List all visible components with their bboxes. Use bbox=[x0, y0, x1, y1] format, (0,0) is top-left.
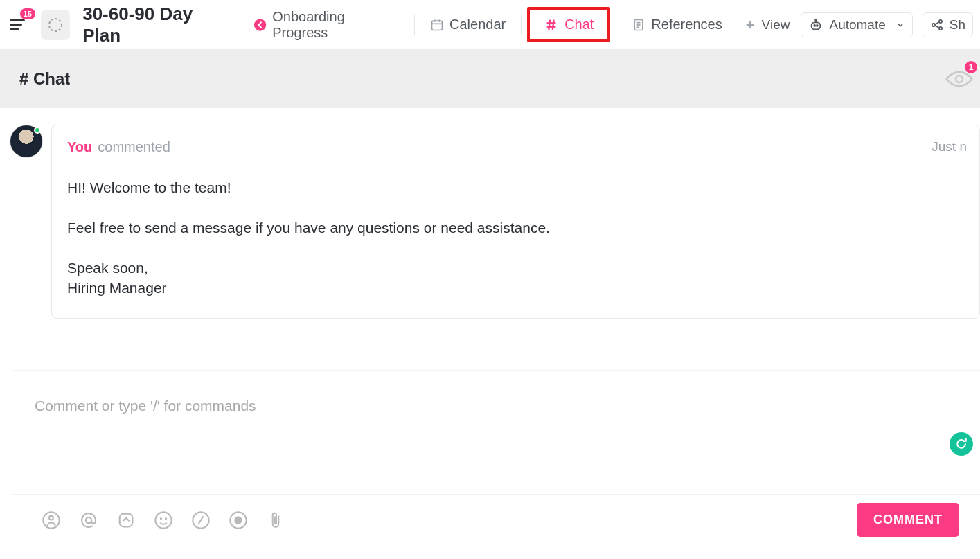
watchers-button[interactable]: 1 bbox=[945, 69, 973, 89]
svg-point-20 bbox=[816, 19, 817, 20]
chevron-left-circle-icon bbox=[253, 18, 267, 32]
view-label: View bbox=[762, 17, 790, 33]
tab-label: Chat bbox=[564, 17, 594, 33]
subheader: # Chat 1 bbox=[0, 50, 980, 108]
plus-icon bbox=[744, 19, 756, 31]
mention-person-icon[interactable] bbox=[40, 509, 62, 531]
comment-composer: COMMENT bbox=[12, 370, 980, 545]
subheader-title: # Chat bbox=[19, 69, 70, 89]
divider bbox=[414, 15, 415, 35]
automate-label: Automate bbox=[829, 17, 885, 33]
message-line: Speak soon, Hiring Manager bbox=[67, 258, 964, 299]
svg-point-28 bbox=[49, 515, 53, 520]
tab-references[interactable]: References bbox=[622, 12, 731, 37]
automate-button[interactable]: Automate bbox=[801, 12, 912, 37]
svg-point-33 bbox=[166, 518, 166, 519]
user-avatar[interactable] bbox=[10, 125, 43, 158]
tab-label: Calendar bbox=[449, 17, 506, 33]
document-icon[interactable] bbox=[41, 10, 70, 40]
message-action: commented bbox=[98, 139, 170, 155]
chat-area: You commented Just n HI! Welcome to the … bbox=[0, 108, 980, 335]
message-line: Feel free to send a message if you have … bbox=[67, 218, 964, 238]
add-view-button[interactable]: View bbox=[744, 17, 790, 33]
tab-calendar[interactable]: Calendar bbox=[420, 12, 515, 37]
svg-point-18 bbox=[817, 25, 818, 26]
share-label: Sh bbox=[950, 17, 965, 33]
svg-line-35 bbox=[199, 516, 204, 524]
divider bbox=[738, 15, 738, 35]
document-icon bbox=[632, 17, 645, 33]
svg-point-0 bbox=[49, 19, 62, 31]
submit-comment-button[interactable]: COMMENT bbox=[857, 503, 959, 537]
message-text: Speak soon, bbox=[67, 260, 148, 276]
menu-button[interactable]: 15 bbox=[7, 14, 28, 36]
svg-line-9 bbox=[553, 19, 554, 30]
svg-line-25 bbox=[934, 25, 939, 27]
composer-toolbar: COMMENT bbox=[12, 494, 980, 545]
svg-line-24 bbox=[934, 21, 939, 24]
svg-point-29 bbox=[86, 517, 91, 522]
attachment-icon[interactable] bbox=[265, 509, 287, 531]
hamburger-icon bbox=[10, 19, 25, 30]
share-button[interactable]: Sh bbox=[923, 12, 973, 37]
at-mention-icon[interactable] bbox=[78, 509, 100, 531]
tab-label: References bbox=[651, 17, 722, 33]
tab-label: Onboarding Progress bbox=[272, 9, 399, 41]
message-body: HI! Welcome to the team! Feel free to se… bbox=[67, 177, 964, 299]
robot-icon bbox=[808, 17, 823, 33]
message-author: You bbox=[67, 139, 92, 155]
svg-point-1 bbox=[254, 19, 266, 30]
assign-icon[interactable] bbox=[115, 509, 137, 531]
top-toolbar: 15 30-60-90 Day Plan Onboarding Progress… bbox=[0, 0, 980, 50]
menu-notification-badge: 15 bbox=[20, 8, 35, 19]
svg-point-37 bbox=[235, 517, 241, 523]
tab-onboarding-progress[interactable]: Onboarding Progress bbox=[244, 5, 409, 45]
message-timestamp: Just n bbox=[932, 139, 967, 154]
record-icon[interactable] bbox=[227, 509, 249, 531]
message-text: Hiring Manager bbox=[67, 280, 167, 296]
svg-line-8 bbox=[549, 19, 550, 30]
grammarly-icon[interactable] bbox=[950, 432, 973, 456]
chevron-down-icon bbox=[896, 20, 905, 30]
tab-chat[interactable]: Chat bbox=[527, 7, 610, 42]
svg-rect-16 bbox=[812, 22, 821, 29]
divider bbox=[521, 15, 522, 35]
divider bbox=[616, 15, 616, 35]
svg-point-32 bbox=[161, 518, 161, 519]
svg-point-26 bbox=[956, 76, 963, 82]
message-card: You commented Just n HI! Welcome to the … bbox=[51, 125, 980, 319]
emoji-icon[interactable] bbox=[152, 509, 175, 531]
share-icon bbox=[930, 18, 944, 32]
hash-icon bbox=[544, 17, 559, 33]
watchers-count-badge: 1 bbox=[965, 61, 977, 73]
svg-point-31 bbox=[155, 512, 171, 528]
svg-rect-2 bbox=[432, 21, 443, 30]
svg-rect-30 bbox=[120, 513, 133, 526]
calendar-icon bbox=[430, 18, 444, 32]
page-title: 30-60-90 Day Plan bbox=[82, 3, 230, 46]
comment-input[interactable] bbox=[12, 377, 980, 491]
svg-point-17 bbox=[814, 25, 816, 26]
slash-command-icon[interactable] bbox=[190, 509, 212, 531]
message-line: HI! Welcome to the team! bbox=[67, 177, 964, 198]
message-header: You commented bbox=[67, 139, 964, 155]
presence-indicator-icon bbox=[34, 127, 41, 134]
